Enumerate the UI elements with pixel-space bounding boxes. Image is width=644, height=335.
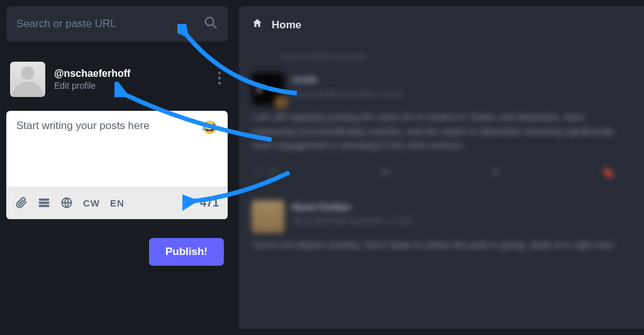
- post-body: You're not Wayne Gretzky. Don't skate to…: [252, 238, 631, 253]
- profile-handle[interactable]: @nschaeferhoff: [54, 68, 215, 79]
- svg-rect-7: [39, 205, 50, 207]
- composer-textarea[interactable]: Start writing your posts here 😂: [6, 111, 228, 186]
- profile-row: @nschaeferhoff Edit profile: [6, 53, 228, 99]
- search-input[interactable]: [16, 18, 204, 30]
- visibility-icon[interactable]: [60, 196, 73, 209]
- post-author-name: Rand Fishkin: [292, 202, 351, 212]
- home-icon: [252, 18, 263, 32]
- post-author-handle: @randfish@mastodon.social: [292, 215, 413, 226]
- svg-point-3: [218, 77, 221, 79]
- svg-point-2: [218, 72, 221, 74]
- boost-icon: ⇄: [380, 164, 390, 181]
- svg-point-4: [218, 82, 221, 84]
- character-count: 471: [200, 196, 219, 210]
- timeline-feed-blurred: Rand Fishkin boosted r rands @rands@mast…: [239, 42, 644, 329]
- edit-profile-link[interactable]: Edit profile: [54, 81, 215, 91]
- timeline-post: r rands @rands@mastodon.social: [252, 72, 631, 105]
- content-warning-button[interactable]: CW: [83, 198, 100, 208]
- star-icon: ★: [491, 164, 501, 181]
- more-options-icon[interactable]: [215, 71, 224, 88]
- avatar[interactable]: [10, 62, 45, 97]
- timeline-header[interactable]: Home: [239, 14, 644, 42]
- composer-toolbar: CW EN 471: [6, 186, 228, 219]
- attach-icon[interactable]: [15, 196, 28, 209]
- svg-rect-6: [39, 202, 50, 203]
- post-author-handle: @rands@mastodon.social: [292, 88, 402, 99]
- profile-text: @nschaeferhoff Edit profile: [54, 68, 215, 91]
- search-icon[interactable]: [204, 16, 218, 32]
- publish-row: Publish!: [6, 230, 228, 266]
- reply-icon: ↩︎ 1+: [254, 164, 280, 181]
- publish-button[interactable]: Publish!: [149, 238, 224, 266]
- timeline-post: Rand Fishkin @randfish@mastodon.social: [252, 200, 631, 233]
- boost-label: Rand Fishkin boosted: [280, 50, 631, 64]
- language-button[interactable]: EN: [110, 198, 125, 208]
- composer: Start writing your posts here 😂 CW EN 47…: [6, 111, 228, 219]
- post-body: I am still regularly posting the same bi…: [252, 110, 631, 153]
- svg-line-1: [213, 25, 216, 28]
- emoji-picker-icon[interactable]: 😂: [202, 120, 218, 135]
- timeline-column: Home Rand Fishkin boosted r rands @rands…: [239, 6, 644, 329]
- post-author-name: rands: [292, 74, 318, 84]
- search-box[interactable]: [6, 6, 228, 42]
- svg-rect-5: [39, 198, 50, 200]
- post-actions: ↩︎ 1+ ⇄ ★ 🔖: [254, 164, 631, 181]
- poll-icon[interactable]: [38, 196, 50, 209]
- post-avatar: [252, 200, 284, 233]
- composer-placeholder: Start writing your posts here: [16, 120, 202, 132]
- timeline-title: Home: [272, 19, 301, 31]
- post-avatar: r: [252, 72, 284, 105]
- compose-sidebar: @nschaeferhoff Edit profile Start writin…: [0, 0, 234, 335]
- bookmark-icon: 🔖: [601, 164, 615, 181]
